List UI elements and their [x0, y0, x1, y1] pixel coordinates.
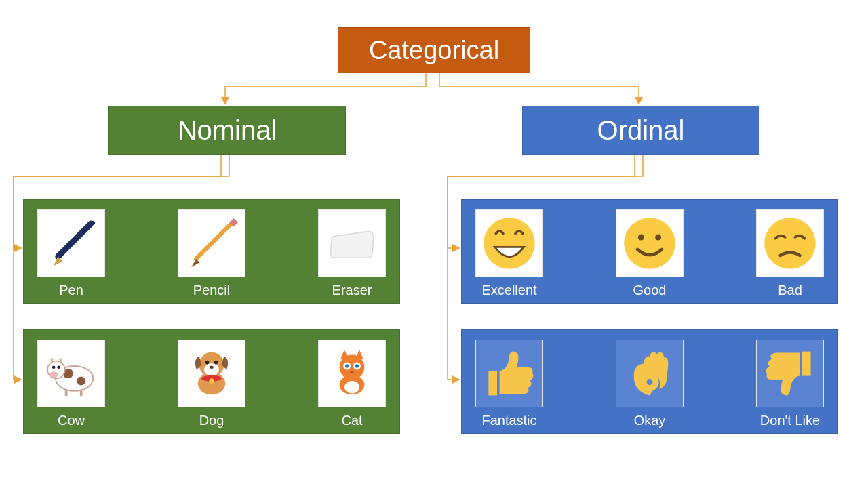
ordinal-set-1: Excellent Good Bad [461, 199, 838, 304]
svg-point-37 [764, 218, 816, 269]
svg-point-32 [344, 381, 359, 393]
item-dog: Dog [178, 340, 245, 428]
svg-marker-4 [191, 259, 199, 267]
svg-point-22 [209, 378, 214, 383]
branch-ordinal: Ordinal [522, 106, 760, 155]
item-bad: Bad [756, 209, 824, 298]
item-fantastic: Fantastic [475, 340, 543, 428]
dog-icon [178, 340, 245, 407]
item-label: Don't Like [760, 413, 820, 428]
item-excellent: Excellent [475, 209, 543, 298]
pencil-icon [178, 209, 245, 277]
eraser-icon [318, 209, 386, 277]
item-label: Fantastic [481, 413, 536, 428]
nominal-set-2: Cow Dog Cat [23, 329, 400, 434]
item-label: Pen [59, 283, 83, 298]
sad-icon [756, 209, 824, 277]
smile-icon [616, 209, 684, 277]
item-label: Eraser [332, 283, 372, 298]
svg-point-18 [205, 361, 210, 365]
item-label: Okay [634, 413, 666, 428]
svg-marker-25 [340, 350, 348, 359]
grin-icon [475, 209, 543, 277]
svg-point-12 [57, 366, 60, 369]
item-okay: Okay [616, 340, 684, 428]
root-categorical: Categorical [338, 27, 530, 73]
item-dontlike: Don't Like [756, 340, 824, 428]
item-label: Cow [58, 413, 85, 428]
item-label: Pencil [193, 283, 230, 298]
item-label: Bad [778, 283, 802, 298]
svg-point-30 [355, 364, 359, 368]
svg-point-36 [655, 235, 661, 241]
svg-point-2 [88, 221, 96, 226]
ordinal-set-2: Fantastic Okay Don't Like [461, 329, 838, 434]
svg-point-8 [77, 377, 85, 386]
svg-line-3 [196, 222, 233, 259]
svg-marker-26 [356, 350, 363, 359]
svg-point-24 [340, 354, 365, 380]
svg-point-10 [50, 371, 58, 378]
cat-icon [318, 340, 386, 407]
item-cat: Cat [318, 340, 386, 428]
ok-hand-icon [616, 340, 684, 407]
pen-icon [37, 209, 105, 277]
item-label: Good [633, 283, 667, 298]
item-pen: Pen [37, 209, 105, 298]
cow-icon [37, 340, 105, 407]
item-eraser: Eraser [318, 209, 386, 298]
branch-nominal: Nominal [108, 106, 346, 155]
svg-line-0 [58, 224, 91, 257]
item-label: Dog [199, 413, 224, 428]
svg-point-29 [345, 364, 349, 368]
svg-point-34 [624, 218, 675, 269]
thumbs-up-icon [475, 340, 543, 407]
svg-point-38 [644, 376, 656, 388]
svg-point-19 [214, 361, 218, 365]
item-label: Excellent [481, 283, 536, 298]
svg-point-33 [484, 218, 535, 269]
item-label: Cat [341, 413, 362, 428]
svg-point-17 [204, 363, 219, 375]
item-pencil: Pencil [178, 209, 245, 298]
svg-point-31 [350, 371, 354, 373]
item-good: Good [616, 209, 684, 298]
svg-point-35 [638, 235, 644, 241]
svg-marker-1 [54, 256, 63, 266]
nominal-set-1: Pen Pencil Eraser [23, 199, 400, 304]
thumbs-down-icon [756, 340, 824, 407]
svg-point-11 [52, 366, 56, 369]
item-cow: Cow [37, 340, 105, 428]
svg-point-20 [210, 366, 214, 369]
